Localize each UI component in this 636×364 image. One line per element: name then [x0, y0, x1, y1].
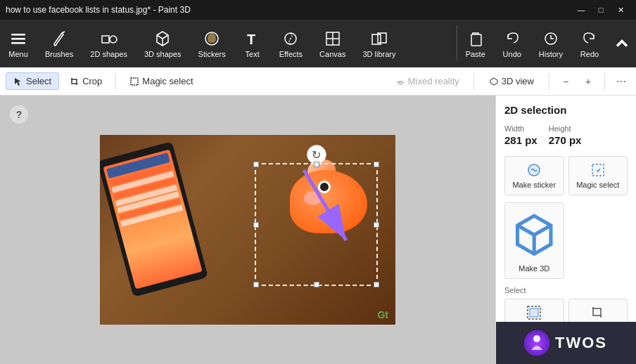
svg-text:T: T: [247, 32, 255, 47]
make-sticker-label: Make sticker: [512, 181, 556, 189]
chevron-up-icon: [612, 34, 632, 53]
width-label: Width: [504, 124, 538, 133]
svg-rect-2: [11, 42, 25, 44]
resize-handle-br[interactable]: [374, 282, 379, 287]
close-button[interactable]: ✕: [611, 0, 630, 20]
canvas-label: Canvas: [319, 50, 345, 58]
select-tool-button[interactable]: Select: [6, 72, 59, 90]
redo-label: Redo: [580, 50, 599, 58]
undo-label: Undo: [503, 50, 521, 58]
resize-handle-tl[interactable]: [253, 162, 259, 167]
resize-handle-bl[interactable]: [253, 282, 259, 287]
make-3d-label: Make 3D: [519, 264, 549, 273]
svg-line-3: [62, 32, 65, 33]
ribbon-right: Paste Undo History Redo: [457, 20, 636, 67]
crop-tool-button[interactable]: Crop: [62, 72, 110, 90]
ribbon-stickers[interactable]: Stickers: [190, 20, 234, 67]
2d-shapes-icon: [99, 29, 119, 48]
svg-rect-1: [11, 38, 25, 40]
text-icon: T: [243, 29, 262, 48]
3d-view-label: 3D view: [502, 76, 534, 86]
watermark: Gt: [377, 309, 388, 320]
3d-shapes-icon: [153, 29, 172, 48]
panel-title: 2D selection: [504, 104, 628, 116]
paste-label: Paste: [466, 50, 485, 58]
magic-select-panel-button[interactable]: Magic select: [568, 156, 628, 195]
toolbar: Select Crop Magic select Mixed reality 3…: [0, 67, 636, 96]
3d-view-icon: [489, 77, 499, 86]
canvas-icon: [323, 29, 343, 48]
svg-rect-25: [530, 308, 538, 317]
3d-library-icon: [369, 29, 389, 48]
select-section-title: Select: [504, 286, 628, 294]
ribbon-chevron-up[interactable]: [608, 20, 636, 67]
app-title: how to use facebook lists in status.jpg*…: [6, 5, 571, 15]
resize-handle-ml[interactable]: [253, 222, 259, 228]
mixed-reality-button[interactable]: Mixed reality: [388, 73, 466, 89]
ribbon-3d-shapes[interactable]: 3D shapes: [136, 20, 190, 67]
resize-handle-bm[interactable]: [314, 282, 319, 287]
help-button[interactable]: ?: [10, 105, 28, 124]
ribbon-menu[interactable]: Menu: [0, 20, 37, 67]
ribbon-3d-library[interactable]: 3D library: [354, 20, 404, 67]
image-container: ↻ Gt: [100, 135, 395, 325]
height-label: Height: [549, 124, 582, 133]
make-3d-icon: [508, 209, 561, 261]
magic-select-tool-button[interactable]: Magic select: [122, 72, 201, 90]
width-group: Width 281 px: [504, 124, 538, 146]
svg-rect-15: [471, 34, 481, 46]
history-icon: [541, 29, 561, 48]
ribbon-text[interactable]: T Text: [234, 20, 271, 67]
height-group: Height 270 px: [549, 124, 582, 146]
toolbar-sep-2: [473, 73, 474, 90]
maximize-button[interactable]: □: [591, 0, 611, 20]
3d-view-button[interactable]: 3D view: [481, 72, 542, 90]
ribbon: Menu Brushes 2D shapes 3D shapes Sticker…: [0, 20, 636, 67]
canvas-image: ↻ Gt: [100, 135, 395, 325]
mixed-reality-label: Mixed reality: [408, 76, 459, 86]
phone-object: [100, 141, 208, 297]
stickers-icon: [202, 29, 222, 48]
svg-point-34: [524, 330, 549, 356]
canvas-area[interactable]: ?: [0, 96, 495, 364]
zoom-plus-button[interactable]: +: [579, 72, 597, 91]
main-area: ?: [0, 96, 636, 364]
svg-rect-17: [131, 78, 138, 85]
minimize-button[interactable]: —: [571, 0, 591, 20]
paste-icon: [466, 29, 485, 48]
overflow-button[interactable]: ⋯: [612, 72, 630, 91]
select-label: Select: [26, 76, 51, 86]
magic-select-panel-icon: [590, 162, 606, 178]
svg-rect-22: [592, 164, 604, 176]
brush-icon: [49, 29, 69, 48]
toolbar-sep-3: [549, 73, 549, 90]
sticker-magic-grid: Make sticker Magic select: [504, 156, 628, 195]
make-sticker-button[interactable]: Make sticker: [504, 156, 564, 195]
zoom-minus-button[interactable]: −: [556, 72, 575, 91]
crop-icon: [70, 77, 80, 86]
resize-handle-mr[interactable]: [374, 222, 379, 228]
phone-screen: [103, 149, 202, 289]
make-3d-button[interactable]: Make 3D: [504, 202, 564, 279]
ribbon-undo[interactable]: Undo: [494, 20, 530, 67]
ribbon-canvas[interactable]: Canvas: [311, 20, 354, 67]
magic-select-icon: [129, 77, 139, 86]
twos-banner: TWOS: [495, 322, 636, 364]
svg-point-5: [110, 36, 117, 43]
resize-handle-tr[interactable]: [374, 162, 379, 167]
ribbon-redo[interactable]: Redo: [571, 20, 608, 67]
menu-icon: [8, 29, 28, 48]
ribbon-history[interactable]: History: [530, 20, 571, 67]
redo-icon: [580, 29, 599, 48]
ribbon-brushes[interactable]: Brushes: [37, 20, 82, 67]
ribbon-paste[interactable]: Paste: [457, 20, 494, 67]
menu-label: Menu: [8, 50, 28, 58]
effects-label: Effects: [279, 50, 303, 58]
toolbar-sep-1: [115, 73, 116, 90]
height-value: 270 px: [549, 134, 582, 146]
2d-shapes-label: 2D shapes: [90, 50, 127, 58]
width-value: 281 px: [504, 134, 538, 146]
magic-select-label: Magic select: [142, 76, 193, 86]
ribbon-effects[interactable]: Effects: [271, 20, 311, 67]
ribbon-2d-shapes[interactable]: 2D shapes: [82, 20, 136, 67]
